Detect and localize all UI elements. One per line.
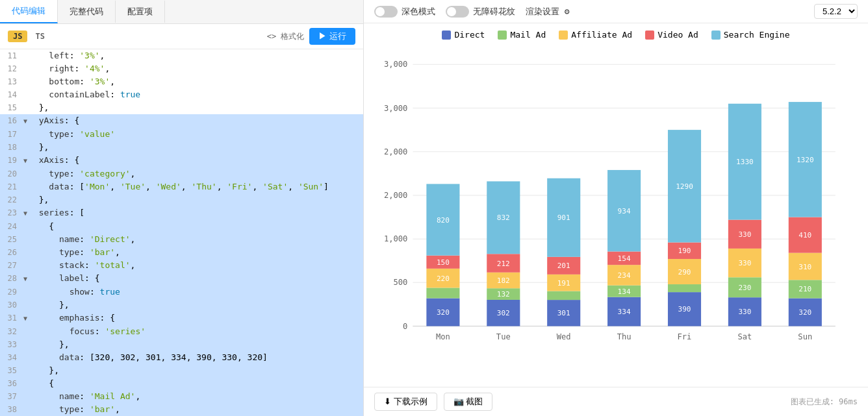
svg-text:1,000: 1,000	[384, 234, 407, 243]
line-number: 30	[0, 299, 23, 312]
line-number: 33	[0, 338, 23, 351]
code-line: 16▼ yAxis: {	[0, 114, 363, 128]
line-content: },	[29, 299, 363, 312]
code-line: 24 {	[0, 220, 363, 233]
line-content: label: {	[29, 272, 363, 285]
legend-color	[559, 31, 568, 40]
toolbar-right: <> 格式化 ▶ 运行	[267, 28, 355, 45]
line-number: 14	[0, 88, 23, 101]
line-content: xAxis: {	[29, 154, 363, 167]
svg-text:0: 0	[403, 322, 407, 331]
tab-full-code[interactable]: 完整代码	[58, 1, 116, 23]
legend-color	[645, 31, 654, 40]
bar-label: 154	[618, 254, 631, 263]
line-number: 21	[0, 180, 23, 193]
line-content: {	[29, 220, 363, 233]
line-number: 22	[0, 193, 23, 206]
version-select[interactable]: 5.2.2 5.1.0 4.9.0	[814, 4, 858, 19]
code-line: 38 type: 'bar',	[0, 403, 363, 416]
left-panel: 代码编辑 完整代码 配置项 JS TS <> 格式化 ▶ 运行 11 left:…	[0, 0, 364, 416]
x-axis-label: Tue	[496, 332, 511, 341]
line-number: 17	[0, 128, 23, 141]
bar-label: 182	[497, 276, 510, 285]
code-line: 19▼ xAxis: {	[0, 154, 363, 167]
dark-mode-toggle[interactable]	[374, 6, 398, 18]
js-tab[interactable]: JS	[8, 31, 27, 42]
legend-label: Search Engine	[724, 30, 790, 40]
line-indicator: ▼	[23, 154, 29, 167]
bar-label: 191	[557, 279, 570, 288]
bar-label: 1320	[797, 156, 814, 164]
legend-item: Search Engine	[711, 30, 790, 40]
line-number: 24	[0, 220, 23, 233]
line-number: 15	[0, 101, 23, 114]
svg-text:3,000: 3,000	[384, 104, 407, 113]
line-content: {	[29, 377, 363, 390]
format-button[interactable]: <> 格式化	[267, 31, 305, 42]
download-button[interactable]: ⬇ 下载示例	[374, 393, 437, 411]
tabs-bar: 代码编辑 完整代码 配置项	[0, 0, 363, 24]
bar-label: 390	[678, 305, 691, 313]
screenshot-button[interactable]: 📷 截图	[444, 393, 493, 411]
code-line: 31▼ emphasis: {	[0, 312, 363, 325]
line-indicator: ▼	[23, 272, 29, 286]
bar-label: 201	[557, 262, 570, 270]
line-content: bottom: '3%',	[29, 75, 363, 88]
x-axis-label: Wed	[557, 332, 571, 341]
bottom-bar: ⬇ 下载示例 📷 截图 图表已生成: 96ms	[364, 387, 868, 416]
line-content: },	[29, 101, 363, 114]
run-button[interactable]: ▶ 运行	[309, 28, 355, 45]
svg-text:2,000: 2,000	[384, 147, 407, 156]
line-content: focus: 'series'	[29, 325, 363, 338]
code-line: 30 },	[0, 299, 363, 312]
line-content: },	[29, 141, 363, 154]
bar-label: 330	[738, 230, 751, 239]
bar-label: 290	[678, 268, 691, 276]
render-settings-button[interactable]: 渲染设置 ⚙	[526, 6, 570, 18]
code-line: 17 type: 'value'	[0, 128, 363, 141]
tab-config[interactable]: 配置项	[116, 1, 165, 23]
line-content: type: 'value'	[29, 128, 363, 141]
bar-label: 301	[557, 309, 570, 317]
line-number: 25	[0, 233, 23, 246]
line-number: 38	[0, 403, 23, 416]
code-line: 15 },	[0, 101, 363, 114]
tab-code-edit[interactable]: 代码编辑	[0, 0, 58, 23]
line-number: 31	[0, 312, 23, 324]
legend-label: Direct	[454, 30, 485, 40]
code-area[interactable]: 11 left: '3%',12 right: '4%',13 bottom: …	[0, 49, 363, 416]
bar-label: 220	[437, 275, 450, 283]
legend-label: Video Ad	[657, 30, 698, 40]
ts-tab[interactable]: TS	[30, 31, 49, 42]
legend-item: Mail Ad	[498, 30, 546, 40]
lang-tabs: JS TS	[8, 31, 50, 42]
barrier-label: 无障碍花纹	[473, 6, 515, 18]
line-content: data: [320, 302, 301, 334, 390, 330, 320…	[29, 351, 363, 364]
bar-label: 330	[738, 308, 751, 316]
code-line: 34 data: [320, 302, 301, 334, 390, 330, …	[0, 351, 363, 364]
legend-color	[498, 31, 507, 40]
line-indicator: ▼	[23, 114, 29, 128]
bar-label: 190	[678, 247, 691, 255]
barrier-toggle[interactable]	[446, 6, 469, 18]
chart-svg: 05001,0002,0002,0003,0003,00032022015082…	[377, 46, 855, 358]
svg-text:2,000: 2,000	[384, 191, 407, 200]
bar-label: 134	[618, 288, 631, 296]
line-content: data: ['Mon', 'Tue', 'Wed', 'Thu', 'Fri'…	[29, 180, 363, 193]
line-indicator: ▼	[23, 312, 29, 325]
x-axis-label: Mon	[436, 332, 450, 341]
bar-segment	[426, 288, 459, 298]
line-content: containLabel: true	[29, 88, 363, 101]
legend-label: Affiliate Ad	[571, 30, 632, 40]
bar-label: 230	[738, 284, 751, 292]
line-number: 34	[0, 351, 23, 364]
line-content: name: 'Mail Ad',	[29, 390, 363, 403]
line-content: name: 'Direct',	[29, 233, 363, 246]
right-toolbar: 深色模式 无障碍花纹 渲染设置 ⚙ 5.2.2 5.1.0 4.9.0	[364, 0, 868, 23]
line-content: },	[29, 338, 363, 351]
code-line: 20 type: 'category',	[0, 167, 363, 180]
line-number: 36	[0, 377, 23, 390]
bar-label: 310	[798, 263, 811, 271]
line-number: 11	[0, 49, 23, 62]
barrier-toggle-group: 无障碍花纹	[446, 6, 515, 18]
